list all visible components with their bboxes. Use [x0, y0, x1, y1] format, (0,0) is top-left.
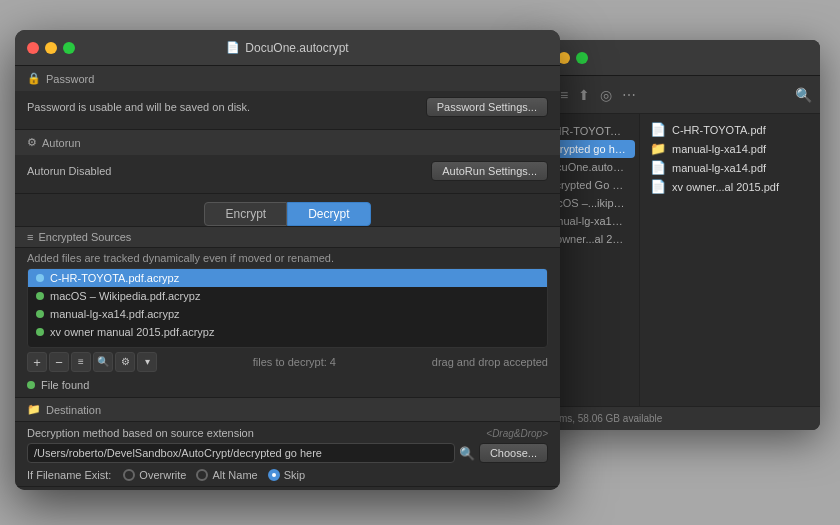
remove-file-button[interactable]: −: [49, 352, 69, 372]
password-status-text: Password is usable and will be saved on …: [27, 101, 250, 113]
file-name: C-HR-TOYOTA.pdf.acrypz: [50, 272, 179, 284]
radio-overwrite-circle: [123, 469, 135, 481]
radio-skip[interactable]: Skip: [268, 469, 305, 481]
filename-exist-row: If Filename Exist: Overwrite Alt Name: [27, 469, 548, 481]
file-list-item[interactable]: manual-lg-xa14.pdf.acrypz: [28, 305, 547, 323]
file-name: xv owner manual 2015.pdf.acrypz: [50, 326, 214, 338]
file-list: C-HR-TOYOTA.pdf.acrypz macOS – Wikipedia…: [27, 268, 548, 348]
file-list-item[interactable]: xv owner manual 2015.pdf.acrypz: [28, 323, 547, 341]
radio-skip-label: Skip: [284, 469, 305, 481]
destination-header: 📁 Destination: [15, 398, 560, 422]
title-text: DocuOne.autocrypt: [245, 41, 348, 55]
destination-path-input[interactable]: [27, 443, 455, 463]
radio-overwrite[interactable]: Overwrite: [123, 469, 186, 481]
autorun-header-label: Autorun: [42, 137, 81, 149]
dest-search-icon[interactable]: 🔍: [459, 446, 475, 461]
finder-list-icon[interactable]: ≡: [560, 87, 568, 103]
status-dot: [27, 381, 35, 389]
zoom-button[interactable]: [63, 42, 75, 54]
autorun-section-header: ⚙ Autorun: [15, 130, 560, 155]
finder-file-label: C-HR-TOYOTA.pdf: [672, 124, 766, 136]
finder-share-icon[interactable]: ⬆: [578, 87, 590, 103]
traffic-lights: [27, 42, 75, 54]
file-name: manual-lg-xa14.pdf.acrypz: [50, 308, 180, 320]
minimize-button[interactable]: [45, 42, 57, 54]
chevron-down-button[interactable]: ▾: [137, 352, 157, 372]
finder-window: ⊞ ≡ ⬆ ◎ ⋯ 🔍 C-HR-TOYOTA.pdf decrypted go…: [530, 40, 820, 430]
destination-body: Decryption method based on source extens…: [15, 422, 560, 486]
autorun-icon: ⚙: [27, 136, 37, 149]
status-row: File found: [15, 376, 560, 397]
finder-file-label: xv owner...al 2015.pdf: [672, 181, 779, 193]
file-list-item[interactable]: macOS – Wikipedia.pdf.acrypz: [28, 287, 547, 305]
drag-drop-hint: <Drag&Drop>: [486, 428, 548, 439]
finder-zoom-button[interactable]: [576, 52, 588, 64]
sources-subtitle-text: Added files are tracked dynamically even…: [27, 252, 334, 264]
file-list-item[interactable]: C-HR-TOYOTA.pdf.acrypz: [28, 269, 547, 287]
choose-destination-button[interactable]: Choose...: [479, 443, 548, 463]
password-settings-button[interactable]: Password Settings...: [426, 97, 548, 117]
autorun-section: ⚙ Autorun Autorun Disabled AutoRun Setti…: [15, 130, 560, 194]
finder-action-icon[interactable]: ⋯: [622, 87, 636, 103]
password-header-label: Password: [46, 73, 94, 85]
doc-icon: 📄: [226, 41, 240, 54]
add-file-button[interactable]: +: [27, 352, 47, 372]
status-label: File found: [41, 379, 89, 391]
finder-toolbar: ⊞ ≡ ⬆ ◎ ⋯ 🔍: [530, 76, 820, 114]
search-file-button[interactable]: 🔍: [93, 352, 113, 372]
radio-alt-name-circle: [196, 469, 208, 481]
file-status-dot: [36, 274, 44, 282]
finder-file-label: manual-lg-xa14.pdf: [672, 143, 766, 155]
close-button[interactable]: [27, 42, 39, 54]
destination-section: 📁 Destination Decryption method based on…: [15, 397, 560, 486]
file-controls-left: + − ≡ 🔍 ⚙ ▾: [27, 352, 157, 372]
finder-tag-icon[interactable]: ◎: [600, 87, 612, 103]
autorun-status-text: Autorun Disabled: [27, 165, 111, 177]
destination-header-label: Destination: [46, 404, 101, 416]
finder-file-decrypted[interactable]: 📁 manual-lg-xa14.pdf: [646, 139, 814, 158]
file-status-dot: [36, 328, 44, 336]
password-row: Password is usable and will be saved on …: [27, 97, 548, 117]
tabs-row: Encrypt Decrypt: [15, 194, 560, 226]
tab-decrypt[interactable]: Decrypt: [287, 202, 370, 226]
lock-icon: 🔒: [27, 72, 41, 85]
folder-icon: 📁: [650, 141, 666, 156]
radio-skip-circle: [268, 469, 280, 481]
sources-subtitle: Added files are tracked dynamically even…: [15, 248, 560, 268]
file-status-dot: [36, 310, 44, 318]
pdf-icon: 📄: [650, 179, 666, 194]
finder-titlebar: [530, 40, 820, 76]
filename-radio-group: Overwrite Alt Name Skip: [123, 469, 305, 481]
pdf-icon: 📄: [650, 160, 666, 175]
drag-drop-label: drag and drop accepted: [432, 356, 548, 368]
finder-search-icon[interactable]: 🔍: [795, 87, 812, 103]
finder-statusbar: 4 items, 58.06 GB available: [530, 406, 820, 430]
file-name: macOS – Wikipedia.pdf.acrypz: [50, 290, 200, 302]
dest-method-row: Decryption method based on source extens…: [27, 427, 548, 439]
settings-file-button[interactable]: ⚙: [115, 352, 135, 372]
radio-alt-name-label: Alt Name: [212, 469, 257, 481]
sources-header: ≡ Encrypted Sources: [15, 226, 560, 248]
password-section: 🔒 Password Password is usable and will b…: [15, 66, 560, 130]
autorun-settings-button[interactable]: AutoRun Settings...: [431, 161, 548, 181]
list-view-button[interactable]: ≡: [71, 352, 91, 372]
finder-file-chr[interactable]: 📄 C-HR-TOYOTA.pdf: [646, 120, 814, 139]
dest-path-row: 🔍 Choose...: [27, 443, 548, 463]
filename-exist-label: If Filename Exist:: [27, 469, 111, 481]
radio-overwrite-label: Overwrite: [139, 469, 186, 481]
radio-alt-name[interactable]: Alt Name: [196, 469, 257, 481]
titlebar: 📄 DocuOne.autocrypt: [15, 30, 560, 66]
sources-menu-icon: ≡: [27, 231, 33, 243]
finder-content: C-HR-TOYOTA.pdf decrypted go here DocuOn…: [530, 114, 820, 406]
files-count-label: files to decrypt: 4: [253, 356, 336, 368]
password-section-header: 🔒 Password: [15, 66, 560, 91]
desktop: ⊞ ≡ ⬆ ◎ ⋯ 🔍 C-HR-TOYOTA.pdf decrypted go…: [0, 0, 840, 525]
destination-icon: 📁: [27, 403, 41, 416]
tab-encrypt[interactable]: Encrypt: [204, 202, 287, 226]
finder-file-label: manual-lg-xa14.pdf: [672, 162, 766, 174]
pdf-icon: 📄: [650, 122, 666, 137]
password-section-body: Password is usable and will be saved on …: [15, 91, 560, 129]
sources-section: ≡ Encrypted Sources Added files are trac…: [15, 226, 560, 397]
finder-file-xv[interactable]: 📄 xv owner...al 2015.pdf: [646, 177, 814, 196]
finder-file-manual[interactable]: 📄 manual-lg-xa14.pdf: [646, 158, 814, 177]
